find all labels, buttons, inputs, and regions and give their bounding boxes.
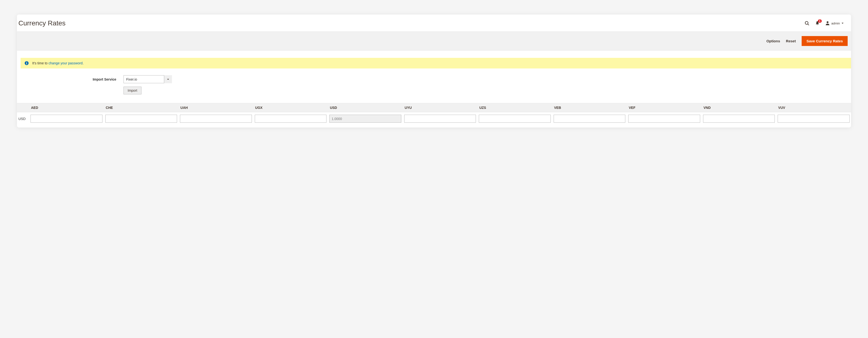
rates-cell xyxy=(477,112,552,125)
rates-col-header: VEF xyxy=(627,103,702,112)
search-button[interactable] xyxy=(804,21,810,26)
rate-input-usd xyxy=(330,115,401,123)
header-actions: 1 admin xyxy=(804,21,844,26)
rates-col-header: VEB xyxy=(552,103,627,112)
change-password-link[interactable]: change your password xyxy=(49,61,83,65)
rates-cell xyxy=(328,112,403,125)
rates-cell xyxy=(403,112,477,125)
rates-cell xyxy=(253,112,328,125)
rates-cell xyxy=(29,112,104,125)
import-button[interactable]: Import xyxy=(124,87,142,94)
search-icon xyxy=(804,21,810,26)
import-section: Import Service Fixer.io Import xyxy=(17,73,851,103)
user-menu[interactable]: admin xyxy=(825,21,844,26)
rate-input-veb[interactable] xyxy=(554,115,626,123)
rates-col-header: UAH xyxy=(179,103,253,112)
rates-col-header: CHE xyxy=(104,103,179,112)
caret-down-icon xyxy=(841,22,844,25)
rates-cell xyxy=(702,112,776,125)
svg-point-4 xyxy=(26,62,27,63)
notifications-badge: 1 xyxy=(818,19,822,23)
rate-input-uah[interactable] xyxy=(180,115,252,123)
svg-rect-5 xyxy=(26,63,27,64)
rates-cell xyxy=(179,112,253,125)
page-header: Currency Rates 1 admin xyxy=(17,14,851,31)
action-bar: Options Reset Save Currency Rates xyxy=(17,31,851,50)
rates-col-header: UGX xyxy=(253,103,328,112)
reset-button[interactable]: Reset xyxy=(786,39,796,43)
rates-cell xyxy=(552,112,627,125)
svg-point-0 xyxy=(805,22,808,25)
user-name: admin xyxy=(831,22,840,25)
rates-col-header: UZS xyxy=(477,103,552,112)
rates-cell xyxy=(627,112,702,125)
rate-input-uzs[interactable] xyxy=(479,115,551,123)
import-service-label: Import Service xyxy=(17,77,124,81)
page-title: Currency Rates xyxy=(17,19,66,27)
save-button[interactable]: Save Currency Rates xyxy=(802,36,848,46)
rates-row-base: USD xyxy=(17,112,29,125)
notice-prefix: It's time to xyxy=(32,61,49,65)
rates-cell xyxy=(776,112,851,125)
info-icon xyxy=(25,61,29,65)
rate-input-uyu[interactable] xyxy=(404,115,476,123)
content: It's time to change your password. Impor… xyxy=(17,50,851,128)
rates-col-header: VND xyxy=(702,103,776,112)
rate-input-che[interactable] xyxy=(105,115,177,123)
rates-col-header: UYU xyxy=(403,103,477,112)
rate-input-vef[interactable] xyxy=(628,115,700,123)
user-icon xyxy=(825,21,830,26)
page-container: Currency Rates 1 admin xyxy=(17,14,851,128)
rates-col-header: VUV xyxy=(776,103,851,112)
rates-cell xyxy=(104,112,179,125)
password-notice: It's time to change your password. xyxy=(21,58,851,68)
import-button-row: Import xyxy=(17,87,851,94)
svg-line-1 xyxy=(808,24,809,25)
rate-input-ugx[interactable] xyxy=(255,115,327,123)
rate-input-aed[interactable] xyxy=(31,115,102,123)
rates-table: AEDCHEUAHUGXUSDUYUUZSVEBVEFVNDVUV USD xyxy=(17,103,851,125)
notifications-button[interactable]: 1 xyxy=(815,21,820,26)
import-service-select-wrap: Fixer.io xyxy=(124,75,172,83)
rate-input-vnd[interactable] xyxy=(703,115,775,123)
options-button[interactable]: Options xyxy=(766,39,780,43)
rates-col-header: USD xyxy=(328,103,403,112)
rate-input-vuv[interactable] xyxy=(778,115,849,123)
import-service-row: Import Service Fixer.io xyxy=(17,75,851,83)
import-service-select[interactable]: Fixer.io xyxy=(124,75,172,83)
rates-col-header: AED xyxy=(29,103,104,112)
rates-table-body: USD xyxy=(17,112,851,125)
notice-suffix: . xyxy=(83,61,84,65)
svg-point-2 xyxy=(827,21,829,23)
rates-table-head: AEDCHEUAHUGXUSDUYUUZSVEBVEFVNDVUV xyxy=(17,103,851,112)
rates-corner-cell xyxy=(17,103,29,112)
